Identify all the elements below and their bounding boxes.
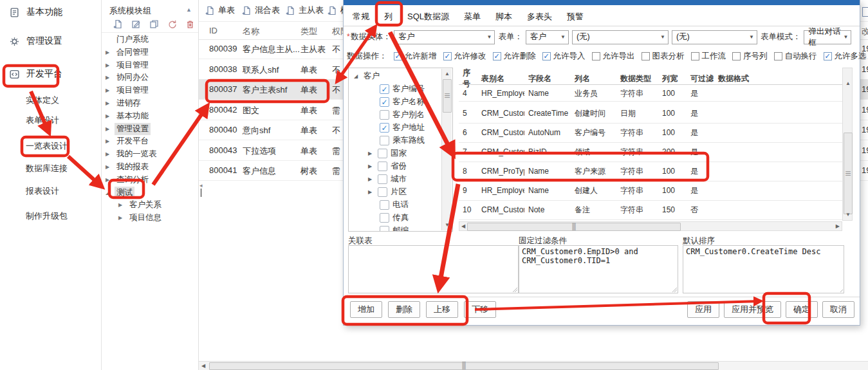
tree-expand-icon[interactable]: ▶ — [368, 189, 374, 195]
column-row[interactable]: 10CRM_Custom...Note备注字符串150否 — [459, 200, 842, 220]
column-row[interactable]: 9HR_Employe...Name创建人字符串100是 — [459, 181, 842, 201]
module-tree-item[interactable]: ▶我的报表 — [106, 161, 151, 173]
module-tree-item[interactable]: ▶进销存 — [106, 97, 143, 109]
tab-列[interactable]: 列 — [383, 10, 394, 24]
column-row[interactable]: 6CRM_Custom...AutoNum客户编号字符串100是 — [459, 123, 842, 143]
sidebar-item-1[interactable]: 基本功能 — [9, 6, 62, 18]
module-tree-item[interactable]: ▶项目管理 — [106, 59, 151, 71]
scroll-right-icon[interactable]: ▶ — [836, 223, 840, 230]
checkbox-unchecked-icon[interactable] — [380, 200, 389, 210]
checkbox-unchecked-icon[interactable] — [380, 213, 389, 223]
checkbox-unchecked-icon[interactable] — [378, 174, 387, 184]
tree-expand-icon[interactable]: ▶ — [106, 126, 115, 132]
scroll-down-icon[interactable]: ▼ — [445, 221, 450, 229]
scroll-left-icon[interactable]: ◀ — [201, 362, 205, 370]
new-table-button-1[interactable]: 单表 — [205, 5, 235, 16]
field-tree-item[interactable]: ▶城市 — [368, 174, 407, 185]
field-tree-root[interactable]: ◢客户 — [354, 71, 380, 82]
tree-expand-icon[interactable]: ▶ — [106, 177, 115, 183]
checkbox-checked-icon[interactable]: ✓ — [443, 52, 452, 60]
columns-vertical-scrollbar[interactable]: ▲ ≡ ▼ — [842, 68, 853, 221]
checkbox-checked-icon[interactable]: ✓ — [380, 123, 389, 133]
field-tree-item[interactable]: ✓客户名称 — [380, 97, 425, 107]
tree-expand-icon[interactable]: ▶ — [368, 151, 374, 156]
edit-module-icon[interactable] — [131, 19, 141, 29]
checkbox-checked-icon[interactable]: ✓ — [380, 84, 389, 94]
checkbox-unchecked-icon[interactable] — [774, 52, 782, 60]
new-module-icon[interactable] — [113, 19, 123, 29]
scrollbar-thumb[interactable]: ≡ — [443, 79, 452, 113]
form-select[interactable]: 客户▼ — [526, 30, 569, 44]
上移-button[interactable]: 上移 — [426, 301, 458, 318]
tree-expand-icon[interactable]: ▶ — [106, 151, 115, 157]
column-row[interactable]: 4HR_Employe...Name业务员字符串100是 — [459, 86, 842, 102]
确定-button[interactable]: 确定 — [786, 301, 818, 318]
splitter-collapse-icon[interactable]: ◂ — [199, 182, 203, 189]
module-tree-item[interactable]: ▶项目管理 — [106, 84, 151, 97]
应用-button[interactable]: 应用 — [687, 301, 719, 318]
module-tree-item[interactable]: ▶项目信息 — [118, 212, 163, 224]
checkbox-unchecked-icon[interactable] — [380, 136, 389, 145]
field-tree-item[interactable]: 电话 — [380, 199, 409, 210]
sidebar-subitem-3[interactable]: 一览表设计 — [26, 140, 68, 152]
field-tree-item[interactable]: ▶片区 — [368, 187, 407, 198]
assoc-table-input[interactable] — [348, 245, 519, 293]
field-tree-item[interactable]: ✓客户地址 — [380, 122, 425, 133]
module-tree-item[interactable]: ▶我的一览表 — [106, 148, 159, 160]
checkbox-unchecked-icon[interactable] — [378, 162, 387, 171]
field-tree-item[interactable]: 传真 — [380, 212, 409, 223]
tree-expand-icon[interactable]: ▶ — [106, 62, 115, 68]
checkbox-checked-icon[interactable]: ✓ — [394, 52, 402, 60]
module-tree-item[interactable]: ◢测试 — [106, 187, 134, 199]
tree-expanded-icon[interactable]: ◢ — [106, 190, 115, 196]
resize-grip-icon[interactable] — [838, 288, 843, 292]
field-tree-item[interactable]: ▶国家 — [368, 148, 407, 159]
tab-SQL数据源[interactable]: SQL数据源 — [406, 10, 450, 24]
scroll-up-icon[interactable]: ▲ — [845, 80, 851, 88]
checkbox-checked-icon[interactable]: ✓ — [542, 52, 551, 60]
checkbox-允许删除[interactable]: ✓允许删除 — [493, 51, 536, 62]
tree-expanded-icon[interactable]: ◢ — [354, 73, 360, 79]
checkbox-unchecked-icon[interactable] — [378, 187, 387, 197]
field-tree-item[interactable]: 邮编 — [380, 225, 409, 232]
sidebar-subitem-1[interactable]: 实体定义 — [26, 95, 59, 106]
scrollbar-thumb[interactable]: ≡ — [844, 133, 853, 214]
tree-expand-icon[interactable]: ▶ — [106, 164, 115, 170]
checkbox-unchecked-icon[interactable] — [592, 52, 600, 60]
tree-expand-icon[interactable]: ▶ — [106, 50, 115, 55]
module-tree-item[interactable]: ▶管理设置 — [106, 123, 151, 135]
module-tree-item[interactable]: 门户系统 — [106, 33, 151, 46]
scrollbar-thumb[interactable]: ⦀ — [467, 223, 681, 231]
checkbox-checked-icon[interactable]: ✓ — [493, 52, 501, 60]
增加-button[interactable]: 增加 — [350, 301, 382, 318]
fixed-filter-input[interactable]: CRM_Customer0.EmpID>0 and CRM_Customer0.… — [519, 245, 678, 293]
取消-button[interactable]: 取消 — [822, 301, 854, 318]
tree-expand-icon[interactable]: ▶ — [368, 163, 374, 169]
checkbox-序号列[interactable]: 序号列 — [732, 51, 768, 62]
tree-expand-icon[interactable]: ▶ — [118, 215, 127, 221]
checkbox-unchecked-icon[interactable] — [378, 149, 387, 158]
scroll-down-icon[interactable]: ▼ — [845, 211, 851, 219]
checkbox-允许修改[interactable]: ✓允许修改 — [443, 51, 486, 62]
field-tree-item[interactable]: 乘车路线 — [380, 135, 425, 146]
tab-脚本[interactable]: 脚本 — [494, 10, 513, 24]
copy-module-icon[interactable] — [149, 19, 159, 29]
checkbox-允许多选[interactable]: ✓允许多选 — [824, 51, 867, 62]
checkbox-unchecked-icon[interactable] — [642, 52, 650, 60]
checkbox-unchecked-icon[interactable] — [380, 110, 389, 120]
checkbox-checked-icon[interactable]: ✓ — [824, 52, 832, 60]
resize-grip-icon[interactable] — [672, 288, 677, 292]
应用并预览-button[interactable]: 应用并预览 — [724, 301, 781, 318]
sidebar-item-2[interactable]: 管理设置 — [9, 35, 62, 47]
checkbox-允许新增[interactable]: ✓允许新增 — [394, 51, 437, 62]
tree-expand-icon[interactable]: ▶ — [106, 100, 115, 106]
extra-select-1[interactable]: (无)▼ — [572, 30, 669, 44]
field-tree-item[interactable]: ✓客户编号 — [380, 84, 425, 95]
下移-button[interactable]: 下移 — [464, 301, 496, 318]
module-tree-item[interactable]: ▶协同办公 — [106, 71, 151, 84]
module-tree-item[interactable]: ▶合同管理 — [106, 46, 151, 59]
default-sort-input[interactable]: CRM_Customer0.CreateTime Desc — [683, 245, 844, 293]
field-tree-scrollbar[interactable]: ▲ ≡ ▼ — [441, 69, 452, 230]
tree-expand-icon[interactable]: ▶ — [106, 88, 115, 93]
sidebar-subitem-4[interactable]: 数据库连接 — [26, 163, 68, 174]
